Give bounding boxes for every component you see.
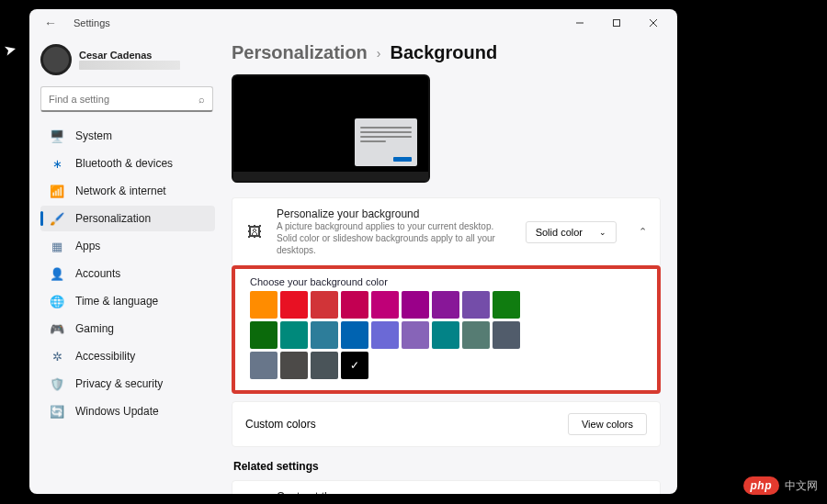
minimize-button[interactable] [561,9,598,37]
system-icon: 🖥️ [50,129,64,143]
personalize-background-card: 🖼 Personalize your background A picture … [232,197,661,265]
settings-window: ← Settings Cesar Cadenas ⌕ [29,9,677,494]
nav-label: Apps [75,240,100,252]
watermark: php 中文网 [743,476,819,495]
color-swatch[interactable] [432,291,459,319]
card-title: Personalize your background [277,207,513,220]
custom-colors-label: Custom colors [245,418,568,431]
related-settings-heading: Related settings [233,460,661,473]
color-swatch[interactable] [250,321,278,349]
time-icon: 🌐 [50,294,64,308]
color-swatch[interactable] [462,321,490,349]
color-swatch[interactable] [493,321,520,349]
color-section-label: Choose your background color [250,276,642,287]
nav-label: Personalization [75,212,151,225]
color-swatch[interactable] [462,291,490,319]
mouse-cursor: ➤ [2,40,17,61]
back-button[interactable]: ← [44,16,57,30]
color-swatch[interactable] [371,321,399,349]
chevron-down-icon: ⌄ [599,228,606,237]
search-icon: ⌕ [198,94,205,105]
breadcrumb-parent[interactable]: Personalization [232,42,368,63]
apps-icon: ▦ [50,239,64,253]
search-box[interactable]: ⌕ [40,86,213,112]
sidebar-item-accounts[interactable]: 👤Accounts [40,261,215,286]
color-swatch[interactable] [250,291,278,319]
view-colors-button[interactable]: View colors [568,413,647,435]
color-swatch[interactable] [341,321,368,349]
dropdown-value: Solid color [536,227,583,238]
avatar [40,44,72,75]
color-swatch[interactable] [311,291,338,319]
contrast-themes-card[interactable]: ◐ Contrast themes Color themes for low v… [232,480,661,494]
watermark-text: 中文网 [785,478,818,494]
nav-label: Accessibility [75,350,135,363]
svg-rect-1 [614,20,620,27]
sidebar-item-privacy-security[interactable]: 🛡️Privacy & security [40,371,215,397]
color-swatch[interactable] [250,352,278,379]
sidebar-item-accessibility[interactable]: ✲Accessibility [40,343,215,369]
color-swatch[interactable] [493,291,520,319]
user-block[interactable]: Cesar Cadenas [40,40,215,84]
color-swatch[interactable] [371,291,399,319]
sidebar-item-personalization[interactable]: 🖌️Personalization [40,206,215,231]
color-swatch[interactable] [280,321,308,349]
color-swatch[interactable] [280,291,308,319]
collapse-button[interactable]: ⌃ [639,226,647,238]
color-swatch-grid [250,291,535,379]
color-picker-section: Choose your background color [232,265,661,394]
custom-colors-row: Custom colors View colors [232,401,661,447]
nav-label: Windows Update [75,405,159,418]
color-swatch[interactable] [402,321,429,349]
color-swatch[interactable] [311,352,338,379]
background-type-dropdown[interactable]: Solid color ⌄ [526,221,617,243]
sidebar-item-time-language[interactable]: 🌐Time & language [40,288,215,314]
chevron-right-icon: › [377,46,381,61]
desktop-preview [232,74,430,183]
sidebar-item-system[interactable]: 🖥️System [40,123,215,149]
nav-label: Time & language [75,295,158,308]
nav-label: Network & internet [75,185,166,197]
sidebar: Cesar Cadenas ⌕ 🖥️System∗Bluetooth & dev… [29,37,222,494]
preview-window [355,118,417,166]
nav-list: 🖥️System∗Bluetooth & devices📶Network & i… [40,123,215,424]
sidebar-item-network-internet[interactable]: 📶Network & internet [40,178,215,204]
nav-label: Gaming [75,322,114,335]
accounts-icon: 👤 [50,266,64,281]
app-title: Settings [74,17,110,28]
php-logo: php [743,476,780,495]
gaming-icon: 🎮 [50,321,64,336]
color-swatch[interactable] [280,352,308,379]
maximize-button[interactable] [598,9,635,37]
search-input[interactable] [49,94,198,105]
nav-label: Privacy & security [75,377,163,390]
picture-icon: 🖼 [245,224,264,241]
color-swatch[interactable] [341,352,368,379]
nav-label: Accounts [75,267,120,280]
close-button[interactable] [635,9,672,37]
sidebar-item-gaming[interactable]: 🎮Gaming [40,316,215,342]
titlebar: ← Settings [29,9,677,37]
card-desc: A picture background applies to your cur… [277,220,513,256]
network-icon: 📶 [50,184,64,198]
main-content: Personalization › Background 🖼 P [222,37,677,494]
privacy-icon: 🛡️ [50,376,64,391]
user-name: Cesar Cadenas [79,50,180,61]
color-swatch[interactable] [341,291,368,319]
accessibility-icon: ✲ [50,349,64,364]
breadcrumb: Personalization › Background [232,37,661,74]
sidebar-item-apps[interactable]: ▦Apps [40,233,215,259]
user-email-placeholder [79,61,180,70]
contrast-title: Contrast themes [277,490,629,494]
color-swatch[interactable] [311,321,338,349]
personalization-icon: 🖌️ [50,211,64,226]
nav-label: System [75,129,112,142]
color-swatch[interactable] [432,321,459,349]
breadcrumb-current: Background [390,42,497,63]
bluetooth-icon: ∗ [50,156,64,171]
sidebar-item-windows-update[interactable]: 🔄Windows Update [40,398,215,424]
nav-label: Bluetooth & devices [75,157,173,170]
color-swatch[interactable] [402,291,429,319]
sidebar-item-bluetooth-devices[interactable]: ∗Bluetooth & devices [40,151,215,176]
windows-icon: 🔄 [50,404,64,419]
